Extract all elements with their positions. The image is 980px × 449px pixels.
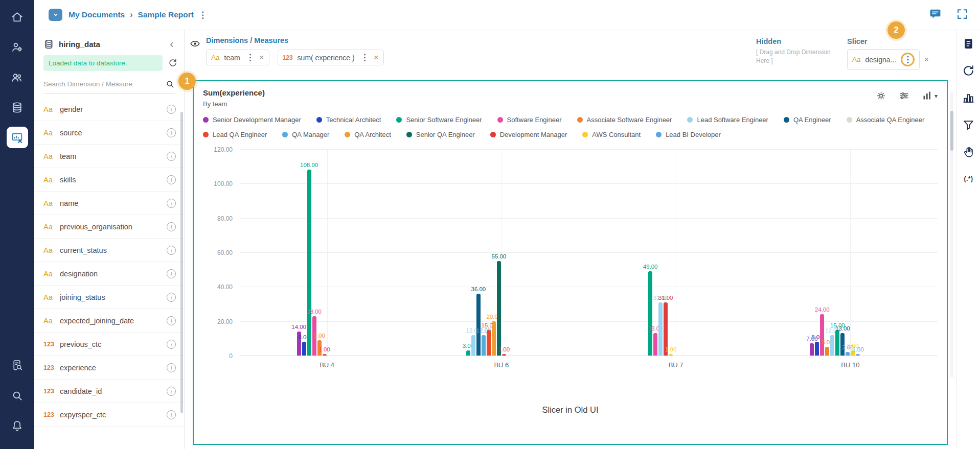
bar[interactable]: 15.00 xyxy=(487,330,491,356)
pill-menu-icon[interactable]: ⋮ xyxy=(903,55,912,64)
bar[interactable]: 36.00 xyxy=(476,294,481,356)
legend-item[interactable]: Software Engineer xyxy=(497,116,562,124)
chart-settings-gear-icon[interactable] xyxy=(876,90,886,101)
refresh-icon[interactable] xyxy=(168,58,178,68)
search-icon[interactable] xyxy=(7,385,28,406)
field-info-icon[interactable]: i xyxy=(167,175,176,184)
bar[interactable]: 5.00 xyxy=(825,347,829,356)
chart-filter-sliders-icon[interactable] xyxy=(899,90,909,101)
field-info-icon[interactable]: i xyxy=(167,152,176,161)
data-search-icon[interactable] xyxy=(7,355,28,376)
bar[interactable]: 7.00 xyxy=(810,343,814,356)
bar[interactable]: 12.00 xyxy=(482,335,486,356)
bar[interactable]: 12.00 xyxy=(830,335,834,356)
fullscreen-icon[interactable] xyxy=(956,8,969,22)
bar[interactable]: 31.00 xyxy=(658,302,663,356)
visibility-eye-icon[interactable] xyxy=(190,38,200,51)
notebook-icon[interactable] xyxy=(960,34,978,53)
bar[interactable]: 8.00 xyxy=(815,342,819,356)
slicer-pill-designation[interactable]: Aa designa... ⋮ xyxy=(847,49,920,70)
pill-close-icon[interactable]: × xyxy=(374,53,379,62)
bar[interactable]: 108.00 xyxy=(307,170,311,356)
breadcrumb-parent[interactable]: My Documents xyxy=(69,10,125,19)
field-row-joining_status[interactable]: Aajoining_statusi xyxy=(34,286,184,309)
notifications-icon[interactable] xyxy=(7,415,28,436)
chart-type-selector[interactable]: ▾ xyxy=(922,90,938,101)
bar[interactable]: 2.00 xyxy=(846,352,850,356)
bar[interactable]: 13.00 xyxy=(653,333,657,356)
bar-chart-icon[interactable] xyxy=(960,88,978,107)
field-info-icon[interactable]: i xyxy=(167,222,176,231)
field-info-icon[interactable]: i xyxy=(167,387,176,396)
legend-item[interactable]: Development Manager xyxy=(490,131,567,138)
bar[interactable]: 1.00 xyxy=(323,354,327,356)
legend-item[interactable]: Associate QA Engineer xyxy=(847,116,925,124)
field-row-current_status[interactable]: Aacurrent_statusi xyxy=(34,239,184,262)
search-icon[interactable] xyxy=(165,79,175,89)
main-scrollbar-thumb[interactable] xyxy=(950,111,953,151)
field-row-gender[interactable]: Aagenderi xyxy=(34,98,184,121)
field-row-designation[interactable]: Aadesignationi xyxy=(34,262,184,286)
datastore-icon[interactable] xyxy=(7,97,28,118)
legend-item[interactable]: QA Engineer xyxy=(784,116,831,124)
bar[interactable]: 15.00 xyxy=(835,330,839,356)
user-settings-icon[interactable] xyxy=(7,36,28,58)
bar[interactable]: 12.00 xyxy=(471,335,475,356)
field-row-experience[interactable]: 123experiencei xyxy=(34,356,184,380)
field-row-expyrsper_ctc[interactable]: 123expyrsper_ctci xyxy=(34,403,184,427)
field-info-icon[interactable]: i xyxy=(167,316,176,325)
bar[interactable]: 1.00 xyxy=(669,354,673,356)
bar[interactable]: 1.00 xyxy=(856,354,860,356)
legend-item[interactable]: QA Manager xyxy=(282,131,329,138)
field-info-icon[interactable]: i xyxy=(167,410,176,419)
field-row-source[interactable]: Aasourcei xyxy=(34,121,184,145)
collapse-panel-icon[interactable]: ‹ xyxy=(167,38,177,50)
document-menu-icon[interactable]: ⋮ xyxy=(198,11,207,19)
field-info-icon[interactable]: i xyxy=(167,246,176,255)
bar[interactable]: 20.00 xyxy=(492,321,496,356)
field-row-skills[interactable]: Aaskillsi xyxy=(34,168,184,192)
field-info-icon[interactable]: i xyxy=(167,363,176,372)
breadcrumb-current[interactable]: Sample Report xyxy=(138,10,194,19)
slicer-close-icon[interactable]: × xyxy=(924,55,929,64)
legend-item[interactable]: Senior Development Manager xyxy=(203,116,301,124)
legend-item[interactable]: QA Architect xyxy=(345,131,391,138)
legend-item[interactable]: Lead Software Engineer xyxy=(687,116,768,124)
comments-icon[interactable] xyxy=(929,8,942,22)
slicer-menu-highlight[interactable]: ⋮ xyxy=(901,53,915,66)
field-row-expected_joining_date[interactable]: Aaexpected_joining_datei xyxy=(34,309,184,333)
documents-folder-icon[interactable] xyxy=(49,9,62,21)
legend-item[interactable]: Lead BI Developer xyxy=(656,131,721,138)
legend-item[interactable]: Lead QA Engineer xyxy=(203,131,267,138)
pan-hand-icon[interactable] xyxy=(960,143,978,161)
field-info-icon[interactable]: i xyxy=(167,128,176,137)
bar[interactable]: 1.00 xyxy=(502,354,506,356)
bar[interactable]: 3.00 xyxy=(466,350,470,356)
legend-item[interactable]: AWS Consultant xyxy=(582,131,641,138)
main-scrollbar[interactable] xyxy=(950,91,953,377)
field-row-previous_ctc[interactable]: 123previous_ctci xyxy=(34,333,184,356)
pill-menu-icon[interactable]: ⋮ xyxy=(360,53,369,62)
bar[interactable]: 8.00 xyxy=(302,342,306,356)
bar[interactable]: 55.00 xyxy=(497,261,501,356)
home-icon[interactable] xyxy=(7,6,28,28)
workspace-icon[interactable] xyxy=(7,127,28,148)
field-row-candidate_id[interactable]: 123candidate_idi xyxy=(34,380,184,403)
teams-icon[interactable] xyxy=(7,66,28,88)
pill-close-icon[interactable]: × xyxy=(259,53,264,62)
regex-icon[interactable]: (.*) xyxy=(960,170,978,188)
field-info-icon[interactable]: i xyxy=(167,340,176,349)
pill-menu-icon[interactable]: ⋮ xyxy=(246,53,255,62)
field-info-icon[interactable]: i xyxy=(167,293,176,302)
hidden-dropzone[interactable]: [ Drag and Drop Dimension Here ] xyxy=(756,48,846,66)
field-info-icon[interactable]: i xyxy=(167,199,176,208)
legend-item[interactable]: Associate Software Engineer xyxy=(577,116,672,124)
bar[interactable]: 49.00 xyxy=(648,271,652,356)
dimension-pill-team[interactable]: Aa team ⋮ × xyxy=(206,50,269,65)
measure-pill-sum-experience[interactable]: 123 sum( experience ) ⋮ × xyxy=(278,50,384,65)
filter-funnel-icon[interactable] xyxy=(960,115,978,134)
field-row-name[interactable]: Aanamei xyxy=(34,192,184,215)
legend-item[interactable]: Technical Architect xyxy=(316,116,381,124)
legend-item[interactable]: Senior QA Engineer xyxy=(406,131,475,138)
panel-scrollbar[interactable] xyxy=(180,112,183,413)
